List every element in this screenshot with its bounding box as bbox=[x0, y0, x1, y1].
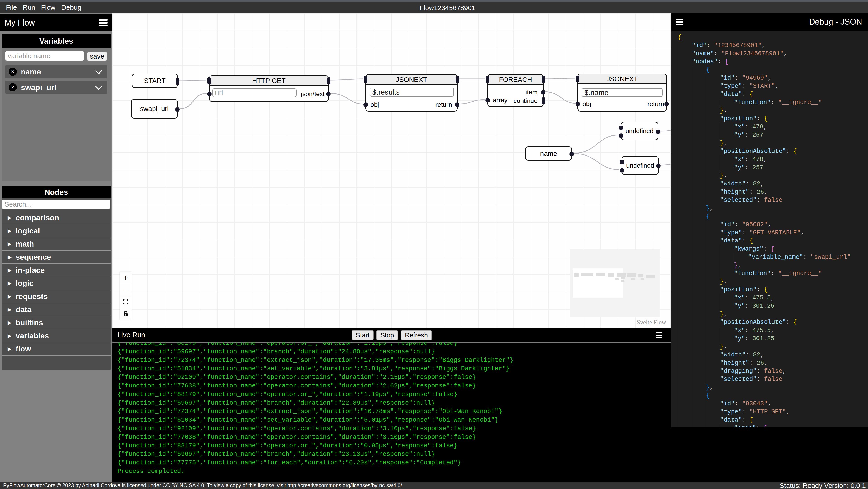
log-line: {"function_id":"88179","function_name":"… bbox=[118, 390, 666, 399]
debug-panel: Debug - JSON {"id": "12345678901","name"… bbox=[671, 13, 868, 482]
json-line: "height": 26, bbox=[678, 359, 868, 367]
input-pin-b[interactable] bbox=[620, 168, 624, 172]
node-name[interactable]: name bbox=[525, 146, 572, 161]
node-undefined-bottom[interactable]: undefined bbox=[622, 156, 659, 175]
node-category-logic[interactable]: ▶logic bbox=[2, 277, 111, 290]
zoom-in-button[interactable]: + bbox=[120, 272, 132, 284]
json-line: { bbox=[678, 66, 868, 74]
node-category-sequence[interactable]: ▶sequence bbox=[2, 251, 111, 264]
obj-label: obj bbox=[371, 101, 379, 108]
refresh-button[interactable]: Refresh bbox=[401, 330, 432, 340]
jsonpath-input[interactable] bbox=[370, 88, 454, 97]
obj-in-pin[interactable] bbox=[576, 102, 580, 106]
chevron-down-icon[interactable] bbox=[95, 67, 102, 74]
debug-menu-icon[interactable] bbox=[676, 18, 683, 26]
node-category-label: data bbox=[16, 305, 31, 314]
node-category-flow[interactable]: ▶flow bbox=[2, 343, 111, 356]
exec-in-pin[interactable] bbox=[364, 76, 367, 83]
collapsed-arrow-icon: ▶ bbox=[8, 294, 11, 299]
lock-button[interactable] bbox=[120, 308, 132, 320]
input-pin-a[interactable] bbox=[619, 126, 623, 130]
node-undefined-top[interactable]: undefined bbox=[621, 122, 658, 140]
variable-chip-swapi_url[interactable]: ✕swapi_url bbox=[5, 81, 107, 94]
menu-item-flow[interactable]: Flow bbox=[41, 4, 55, 11]
remove-variable-icon[interactable]: ✕ bbox=[9, 68, 17, 76]
node-name-label: name bbox=[540, 150, 557, 157]
node-category-builtins[interactable]: ▶builtins bbox=[2, 316, 111, 329]
continue-out-pin[interactable] bbox=[541, 97, 545, 104]
node-category-label: comparison bbox=[16, 213, 59, 222]
flow-canvas[interactable]: START swapi_url HTTP GET json/text JSONE… bbox=[113, 13, 671, 328]
sidebar-menu-icon[interactable] bbox=[99, 18, 107, 28]
collapsed-arrow-icon: ▶ bbox=[8, 241, 11, 247]
menu-item-run[interactable]: Run bbox=[23, 4, 35, 11]
save-variable-button[interactable]: save bbox=[87, 52, 107, 61]
exec-out-pin[interactable] bbox=[327, 77, 331, 84]
node-category-math[interactable]: ▶math bbox=[2, 237, 111, 251]
minimap[interactable] bbox=[570, 250, 660, 317]
return-out-pin[interactable] bbox=[664, 102, 669, 106]
output-pin[interactable] bbox=[175, 107, 180, 112]
debug-json-view: {"id": "12345678901","name": "Flow123456… bbox=[671, 31, 868, 427]
node-jsonext-results-title: JSONEXT bbox=[366, 75, 457, 85]
log-line: {"function_id":"77775","function_name":"… bbox=[118, 458, 666, 467]
node-search-input[interactable] bbox=[2, 200, 110, 208]
json-line: "type": "HTTP_GET", bbox=[678, 408, 868, 416]
json-line: "y": 301.25 bbox=[678, 334, 868, 343]
remove-variable-icon[interactable]: ✕ bbox=[9, 83, 17, 91]
input-pin-a[interactable] bbox=[620, 160, 624, 164]
node-swapi-url[interactable]: swapi_url bbox=[131, 99, 178, 119]
log-line: {"function_id":"59697","function_name":"… bbox=[118, 399, 666, 408]
exec-out-pin[interactable] bbox=[541, 76, 545, 83]
json-line: "id": "95082", bbox=[678, 221, 868, 229]
fit-view-button[interactable] bbox=[120, 296, 132, 308]
node-start-label: START bbox=[144, 77, 166, 85]
node-foreach[interactable]: FOREACH item continue array bbox=[487, 74, 544, 107]
json-text-out-pin[interactable] bbox=[326, 92, 331, 96]
output-pin[interactable] bbox=[656, 164, 661, 168]
output-pin[interactable] bbox=[569, 152, 574, 156]
exec-out-pin[interactable] bbox=[456, 76, 459, 83]
collapsed-arrow-icon: ▶ bbox=[8, 281, 11, 286]
output-pin[interactable] bbox=[656, 130, 660, 134]
log-line: {"function_id":"77638","function_name":"… bbox=[118, 433, 666, 442]
variable-chip-label: name bbox=[21, 67, 96, 76]
collapsed-arrow-icon: ▶ bbox=[8, 320, 11, 326]
json-line: "id": "94969", bbox=[678, 74, 868, 82]
url-in-pin[interactable] bbox=[207, 92, 212, 96]
obj-in-pin[interactable] bbox=[364, 102, 368, 107]
node-http-get[interactable]: HTTP GET json/text bbox=[209, 75, 329, 102]
node-category-comparison[interactable]: ▶comparison bbox=[2, 211, 111, 224]
variable-name-input[interactable] bbox=[5, 51, 84, 61]
zoom-out-button[interactable]: − bbox=[120, 284, 132, 296]
variable-chip-name[interactable]: ✕name bbox=[5, 65, 107, 78]
node-category-logical[interactable]: ▶logical bbox=[2, 224, 111, 237]
url-input[interactable] bbox=[212, 89, 297, 97]
node-category-in-place[interactable]: ▶in-place bbox=[2, 264, 111, 277]
array-in-pin[interactable] bbox=[486, 98, 490, 102]
json-line: }, bbox=[678, 278, 868, 286]
live-run-menu-icon[interactable] bbox=[656, 331, 662, 339]
node-category-data[interactable]: ▶data bbox=[2, 303, 111, 316]
exec-in-pin[interactable] bbox=[207, 77, 211, 84]
json-line: "position": { bbox=[678, 115, 868, 123]
stop-button[interactable]: Stop bbox=[376, 330, 398, 340]
status-text: Status: Ready Version: 0.0.1 bbox=[780, 482, 866, 489]
jsonpath-input[interactable] bbox=[582, 88, 663, 97]
node-jsonext-name[interactable]: JSONEXT obj return bbox=[578, 73, 667, 111]
node-category-variables[interactable]: ▶variables bbox=[2, 329, 111, 343]
start-button[interactable]: Start bbox=[352, 330, 374, 340]
json-line: "nodes": [ bbox=[678, 58, 868, 66]
output-pin[interactable] bbox=[176, 78, 180, 85]
return-out-pin[interactable] bbox=[455, 102, 460, 107]
input-pin-b[interactable] bbox=[619, 133, 623, 138]
menu-item-debug[interactable]: Debug bbox=[61, 4, 81, 11]
node-category-requests[interactable]: ▶requests bbox=[2, 290, 111, 303]
item-out-pin[interactable] bbox=[541, 90, 546, 95]
exec-in-pin[interactable] bbox=[486, 76, 489, 83]
node-jsonext-results[interactable]: JSONEXT obj return bbox=[365, 74, 458, 111]
node-start[interactable]: START bbox=[132, 73, 178, 88]
exec-in-pin[interactable] bbox=[576, 75, 580, 82]
menu-item-file[interactable]: File bbox=[6, 4, 17, 11]
chevron-down-icon[interactable] bbox=[95, 83, 102, 90]
